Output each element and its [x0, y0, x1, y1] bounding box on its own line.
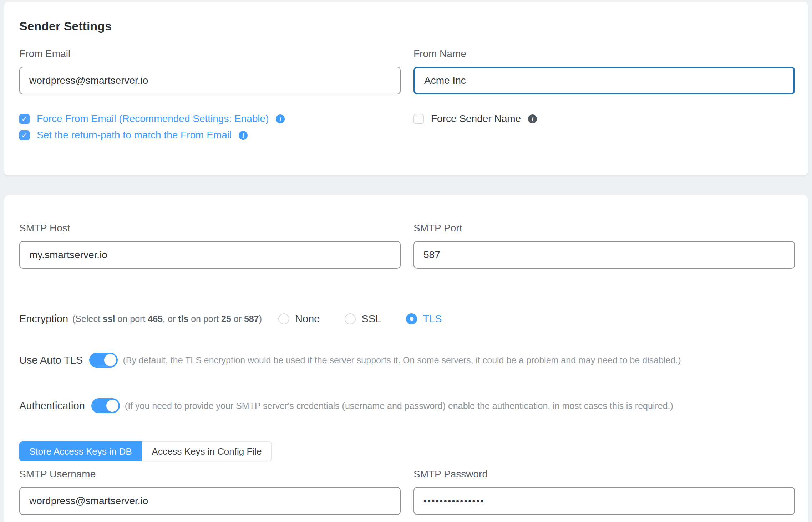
toggle-knob — [106, 400, 118, 412]
radio-unselected-icon[interactable] — [345, 313, 356, 324]
return-path-checkbox-row[interactable]: ✓ Set the return-path to match the From … — [19, 129, 401, 141]
auto-tls-label: Use Auto TLS — [19, 354, 83, 366]
sender-fields-row: From Email From Name — [19, 48, 795, 94]
force-from-email-checkbox-row[interactable]: ✓ Force From Email (Recommended Settings… — [19, 113, 401, 124]
force-sender-name-label: Force Sender Name — [431, 113, 521, 124]
info-icon[interactable]: i — [276, 114, 285, 123]
from-email-field: From Email — [19, 48, 401, 94]
from-name-label: From Name — [413, 48, 795, 60]
force-from-email-label: Force From Email (Recommended Settings: … — [37, 113, 269, 124]
smtp-host-input[interactable] — [19, 241, 401, 269]
from-name-options: Force Sender Name i — [413, 113, 795, 141]
encryption-row: Encryption (Select ssl on port 465, or t… — [19, 311, 795, 327]
from-email-options: ✓ Force From Email (Recommended Settings… — [19, 113, 401, 141]
smtp-host-field: SMTP Host — [19, 222, 401, 269]
smtp-password-field: SMTP Password — [413, 469, 795, 515]
checkbox-checked-icon[interactable]: ✓ — [19, 114, 30, 124]
encryption-hint: (Select ssl on port 465, or tls on port … — [72, 314, 262, 324]
authentication-description: (If you need to provide your SMTP server… — [125, 401, 673, 411]
authentication-toggle[interactable] — [91, 398, 120, 413]
smtp-port-field: SMTP Port — [413, 222, 795, 269]
smtp-username-field: SMTP Username — [19, 469, 401, 515]
sender-checkboxes-row: ✓ Force From Email (Recommended Settings… — [19, 113, 795, 141]
from-name-input[interactable] — [413, 67, 795, 94]
checkbox-unchecked-icon[interactable] — [413, 114, 424, 124]
encryption-option-ssl[interactable]: SSL — [345, 313, 381, 325]
encryption-radio-group: None SSL TLS — [278, 313, 442, 325]
encryption-ssl-label: SSL — [361, 313, 381, 325]
info-icon[interactable]: i — [239, 131, 248, 140]
smtp-username-label: SMTP Username — [19, 469, 401, 480]
toggle-knob — [104, 354, 116, 366]
checkbox-checked-icon[interactable]: ✓ — [19, 130, 30, 140]
smtp-port-input[interactable] — [413, 241, 795, 269]
authentication-label: Authentication — [19, 400, 85, 412]
smtp-password-input[interactable] — [413, 487, 795, 515]
tab-store-keys-in-db[interactable]: Store Access Keys in DB — [19, 441, 142, 461]
radio-selected-icon[interactable] — [406, 313, 417, 324]
return-path-label: Set the return-path to match the From Em… — [37, 129, 232, 141]
smtp-credentials-row: SMTP Username SMTP Password — [19, 469, 795, 515]
from-email-label: From Email — [19, 48, 401, 60]
smtp-settings-card: SMTP Host SMTP Port Encryption (Select s… — [4, 195, 808, 522]
page-title: Sender Settings — [19, 19, 795, 33]
smtp-host-label: SMTP Host — [19, 222, 401, 234]
from-email-input[interactable] — [19, 67, 401, 94]
force-sender-name-checkbox-row[interactable]: Force Sender Name i — [413, 113, 795, 124]
encryption-label: Encryption — [19, 313, 68, 325]
auto-tls-toggle[interactable] — [89, 353, 118, 368]
sender-settings-card: Sender Settings From Email From Name ✓ F… — [4, 2, 808, 175]
authentication-row: Authentication (If you need to provide y… — [19, 398, 795, 414]
auto-tls-description: (By default, the TLS encryption would be… — [123, 355, 681, 365]
smtp-port-label: SMTP Port — [413, 222, 795, 234]
from-name-field: From Name — [413, 48, 795, 94]
encryption-option-tls[interactable]: TLS — [406, 313, 442, 325]
smtp-username-input[interactable] — [19, 487, 401, 515]
info-icon[interactable]: i — [528, 114, 537, 123]
tab-keys-in-config-file[interactable]: Access Keys in Config File — [142, 441, 273, 461]
auto-tls-row: Use Auto TLS (By default, the TLS encryp… — [19, 352, 795, 368]
smtp-password-label: SMTP Password — [413, 469, 795, 480]
key-storage-tabs: Store Access Keys in DB Access Keys in C… — [19, 441, 272, 461]
encryption-option-none[interactable]: None — [278, 313, 320, 325]
encryption-tls-label: TLS — [423, 313, 442, 325]
encryption-none-label: None — [295, 313, 320, 325]
smtp-host-port-row: SMTP Host SMTP Port — [19, 222, 795, 269]
radio-unselected-icon[interactable] — [278, 313, 289, 324]
